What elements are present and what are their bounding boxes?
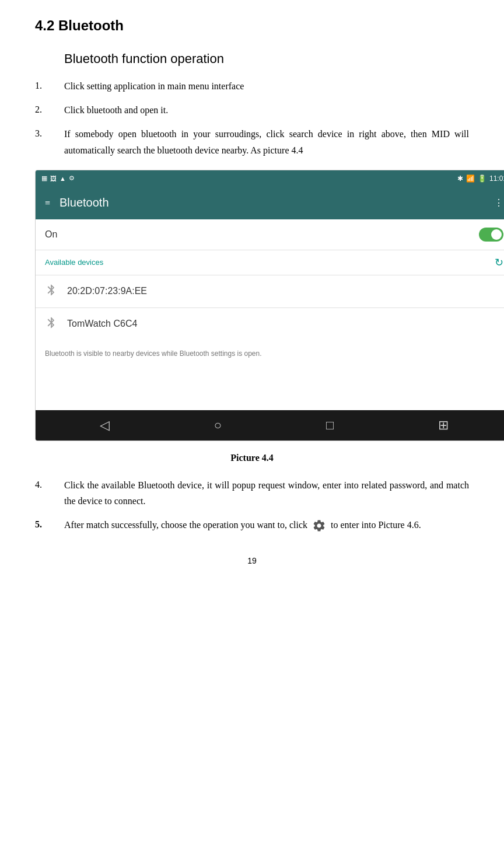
list-item-2: 2. Click bluetooth and open it.	[35, 102, 469, 118]
list-item-1: 1. Click setting application in main men…	[35, 78, 469, 94]
list-number-5: 5.	[35, 517, 64, 533]
list-text-3: If somebody open bluetooth in your surro…	[64, 126, 469, 158]
refresh-icon[interactable]: ↻	[495, 256, 503, 269]
device-item-2[interactable]: TomWatch C6C4	[36, 307, 504, 340]
list-item-3: 3. If somebody open bluetooth in your su…	[35, 126, 469, 158]
hamburger-icon[interactable]: ≡	[45, 198, 50, 208]
device-name-2: TomWatch C6C4	[67, 319, 137, 329]
wifi-status-icon: 📶	[466, 174, 475, 183]
list-text-4: Click the available Bluetooth device, it…	[64, 477, 469, 509]
list-text-5-after: to enter into Picture 4.6.	[331, 520, 421, 530]
bluetooth-note: Bluetooth is visible to nearby devices w…	[36, 340, 504, 363]
device-name-1: 20:2D:07:23:9A:EE	[67, 286, 147, 296]
toggle-label: On	[45, 229, 57, 240]
signal-icon: ▦	[41, 174, 47, 182]
image-icon: 🖼	[50, 175, 57, 182]
status-bar: ▦ 🖼 ▲ ⚙ ✱ 📶 🔋 11:01	[36, 170, 504, 187]
battery-status-icon: 🔋	[478, 174, 487, 183]
more-options-icon[interactable]: ⋮	[494, 197, 503, 208]
page-container: 4.2 Bluetooth Bluetooth function operati…	[0, 0, 504, 600]
back-nav-icon[interactable]: ◁	[100, 418, 110, 433]
nav-bar: ◁ ○ □ ⊞	[36, 410, 504, 441]
device-icon-2	[45, 316, 58, 332]
list-item-5: 5. After match successfully, choose the …	[35, 517, 469, 533]
list-text-5-before: After match successfully, choose the ope…	[64, 520, 310, 530]
list-number-2: 2.	[35, 102, 64, 118]
list-number-4: 4.	[35, 477, 64, 509]
screenshot-spacer	[36, 363, 504, 410]
status-bar-left: ▦ 🖼 ▲ ⚙	[41, 174, 75, 182]
app-bar-title: Bluetooth	[60, 196, 109, 209]
list-text-2: Click bluetooth and open it.	[64, 102, 469, 118]
section-title: 4.2 Bluetooth	[35, 18, 469, 34]
home-nav-icon[interactable]: ○	[214, 418, 222, 433]
list-text-5: After match successfully, choose the ope…	[64, 517, 469, 533]
app-bar-left: ≡ Bluetooth	[45, 196, 109, 209]
gear-icon	[312, 519, 326, 533]
network-icon: ▲	[60, 175, 66, 182]
app-bar: ≡ Bluetooth ⋮	[36, 187, 504, 219]
available-devices-label: Available devices	[45, 258, 103, 267]
settings-status-icon: ⚙	[69, 174, 75, 182]
list-text-1: Click setting application in main menu i…	[64, 78, 469, 94]
list-number-3: 3.	[35, 126, 64, 158]
picture-caption: Picture 4.4	[35, 453, 469, 463]
time-display: 11:01	[489, 174, 504, 183]
recent-nav-icon[interactable]: □	[326, 418, 334, 433]
list-item-4: 4. Click the available Bluetooth device,…	[35, 477, 469, 509]
device-icon-1	[45, 284, 58, 299]
page-number: 19	[35, 556, 469, 565]
toggle-row: On	[36, 219, 504, 250]
bluetooth-status-icon: ✱	[457, 174, 463, 183]
list-number-1: 1.	[35, 78, 64, 94]
screenshot: ▦ 🖼 ▲ ⚙ ✱ 📶 🔋 11:01 ≡ Bluetooth ⋮ On	[35, 170, 504, 441]
status-bar-right: ✱ 📶 🔋 11:01	[457, 174, 504, 183]
device-item-1[interactable]: 20:2D:07:23:9A:EE	[36, 275, 504, 307]
subsection-title: Bluetooth function operation	[64, 51, 469, 67]
devices-header: Available devices ↻	[36, 250, 504, 275]
extra-nav-icon[interactable]: ⊞	[438, 418, 449, 433]
bluetooth-toggle[interactable]	[479, 228, 503, 242]
